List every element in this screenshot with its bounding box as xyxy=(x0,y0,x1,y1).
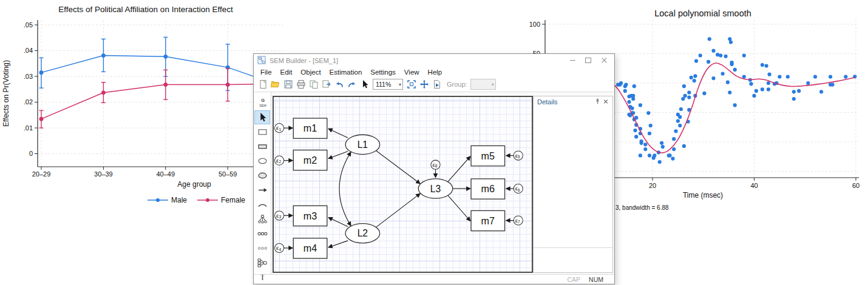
regression-component-tool-button[interactable] xyxy=(254,256,270,270)
maximize-button[interactable] xyxy=(580,55,596,65)
error-node-ε7[interactable]: ε7 xyxy=(514,216,523,225)
svg-text:20: 20 xyxy=(649,182,656,189)
zoom-level-combo[interactable]: 111%▾ xyxy=(373,79,403,90)
scatter-points xyxy=(616,37,856,164)
gsem-logo-button[interactable]: GSEM xyxy=(254,96,270,110)
latent-set-tool-button[interactable] xyxy=(254,241,270,255)
menu-settings[interactable]: Settings xyxy=(366,68,400,76)
svg-text:Age group: Age group xyxy=(177,180,211,189)
male-series xyxy=(39,37,258,90)
multilevel-latent-tool-button[interactable] xyxy=(254,169,270,183)
print-button[interactable] xyxy=(294,78,307,90)
paste-button[interactable] xyxy=(320,78,333,90)
svg-text:m7: m7 xyxy=(481,215,495,226)
svg-text:Effects of Political Affiliati: Effects of Political Affiliation on Inte… xyxy=(58,5,233,14)
latent-variable-tool-button[interactable] xyxy=(254,154,270,168)
observed-node-m5[interactable]: m5 xyxy=(471,146,505,166)
details-divider xyxy=(534,247,612,248)
tool-palette: GSEMT xyxy=(254,92,271,275)
svg-text:SEM: SEM xyxy=(259,104,266,107)
observed-node-m3[interactable]: m3 xyxy=(293,206,327,226)
titlebar[interactable]: SEM Builder - [SEM_1] xyxy=(254,54,614,67)
svg-text:L2: L2 xyxy=(358,228,368,238)
svg-text:Female: Female xyxy=(221,196,245,204)
smooth-line xyxy=(614,63,855,153)
pin-icon[interactable] xyxy=(593,98,602,106)
error-node-ε2[interactable]: ε2 xyxy=(275,156,284,165)
details-close-icon[interactable] xyxy=(602,98,610,106)
save-button[interactable] xyxy=(282,78,294,90)
error-node-ε6[interactable]: ε6 xyxy=(514,184,523,193)
svg-text:50–59: 50–59 xyxy=(219,170,237,178)
estimate-button[interactable] xyxy=(430,78,443,90)
generalized-response-tool-button[interactable] xyxy=(254,139,270,153)
details-header: Details xyxy=(534,96,612,107)
canvas-area[interactable]: m1m2m3m4m5m6m7L1L2L3ε1ε2ε3ε4ε5ε6ε7ε8 Det… xyxy=(271,92,614,275)
menu-object[interactable]: Object xyxy=(296,68,325,76)
fit-in-window-button[interactable] xyxy=(405,78,418,90)
close-button[interactable] xyxy=(596,55,612,65)
error-node-ε8[interactable]: ε8 xyxy=(431,160,440,169)
latent-node-L1[interactable]: L1 xyxy=(345,135,380,154)
sem-builder-app-icon xyxy=(257,56,266,65)
svg-text:60: 60 xyxy=(852,182,860,189)
observed-set-tool-button[interactable] xyxy=(254,227,270,241)
observed-node-m2[interactable]: m2 xyxy=(293,150,327,170)
group-label: Group: xyxy=(447,81,467,88)
svg-text:Male: Male xyxy=(171,196,187,204)
covariance-tool-button[interactable] xyxy=(254,198,270,212)
latent-node-L2[interactable]: L2 xyxy=(345,224,380,243)
observed-node-m4[interactable]: m4 xyxy=(293,238,327,258)
sem-builder-window[interactable]: SEM Builder - [SEM_1] FileEditObjectEsti… xyxy=(253,53,615,284)
diagram-page[interactable]: m1m2m3m4m5m6m7L1L2L3ε1ε2ε3ε4ε5ε6ε7ε8 xyxy=(273,96,533,273)
undo-button[interactable] xyxy=(333,78,345,90)
select-tool-button[interactable] xyxy=(254,110,270,124)
minimize-button[interactable] xyxy=(565,55,580,65)
svg-text:100: 100 xyxy=(529,21,540,28)
pan-canvas-button[interactable] xyxy=(418,78,430,90)
observed-node-m6[interactable]: m6 xyxy=(471,179,505,199)
statusbar: CAP NUM xyxy=(254,274,614,284)
group-combo: ▾ xyxy=(470,79,496,90)
svg-text:40–49: 40–49 xyxy=(157,170,175,178)
observed-variable-tool-button[interactable] xyxy=(254,125,270,139)
pointer-button[interactable] xyxy=(358,78,371,90)
svg-text:.02: .02 xyxy=(24,98,33,106)
measurement-component-tool-button[interactable] xyxy=(254,212,270,226)
path-tool-button[interactable] xyxy=(254,183,270,197)
menubar: FileEditObjectEstimationSettingsViewHelp xyxy=(254,67,614,77)
svg-text:m6: m6 xyxy=(481,183,495,194)
error-node-ε1[interactable]: ε1 xyxy=(275,124,284,133)
new-diagram-button[interactable] xyxy=(256,78,269,90)
interaction-effects-chart: .05.04.03.02.01020–2930–3940–4950–59Effe… xyxy=(0,0,285,212)
menu-edit[interactable]: Edit xyxy=(276,68,297,76)
svg-text:20–29: 20–29 xyxy=(32,170,51,178)
svg-text:m5: m5 xyxy=(481,150,495,161)
svg-text:.05: .05 xyxy=(24,21,33,29)
menu-file[interactable]: File xyxy=(256,68,276,76)
svg-text:40: 40 xyxy=(750,182,758,189)
redo-button[interactable] xyxy=(345,78,358,90)
observed-node-m7[interactable]: m7 xyxy=(471,210,505,230)
details-panel-title: Details xyxy=(537,98,593,106)
svg-text:m1: m1 xyxy=(303,122,317,133)
open-button[interactable] xyxy=(269,78,282,90)
menu-estimation[interactable]: Estimation xyxy=(325,68,367,76)
observed-node-m1[interactable]: m1 xyxy=(293,118,327,138)
error-node-ε3[interactable]: ε3 xyxy=(275,211,284,220)
svg-text:Time (msec): Time (msec) xyxy=(683,191,723,200)
menu-help[interactable]: Help xyxy=(424,68,447,76)
main-area: GSEMT m1m2m3m4m5m6m7L1L2L3ε1ε2ε3ε4ε5ε6ε7… xyxy=(254,92,614,275)
window-title: SEM Builder - [SEM_1] xyxy=(270,57,565,64)
svg-text:.03: .03 xyxy=(24,73,33,80)
latent-node-L3[interactable]: L3 xyxy=(418,179,453,198)
svg-text:m3: m3 xyxy=(303,210,317,221)
svg-text:30–39: 30–39 xyxy=(94,170,113,178)
copy-button[interactable] xyxy=(307,78,320,90)
error-node-ε5[interactable]: ε5 xyxy=(514,151,523,160)
svg-text:m2: m2 xyxy=(303,155,317,166)
error-node-ε4[interactable]: ε4 xyxy=(275,243,284,252)
covariance-arc-L1-L2 xyxy=(339,152,351,226)
svg-text:.04: .04 xyxy=(24,47,33,54)
menu-view[interactable]: View xyxy=(400,68,424,76)
